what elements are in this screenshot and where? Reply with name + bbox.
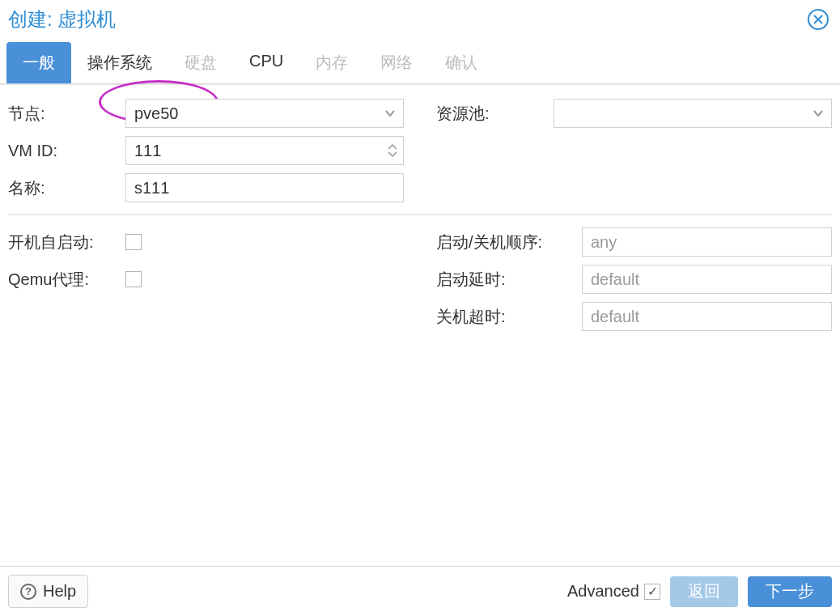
label-boot-delay: 启动延时: [436, 269, 582, 291]
form-advanced-section: 开机自启动: Qemu代理: 启动/关机顺序: [8, 227, 832, 332]
tab-cpu[interactable]: CPU [233, 42, 299, 83]
right-column: 资源池: [436, 98, 832, 203]
form-area: 节点: VM ID: [0, 84, 840, 566]
row-name: 名称: [8, 172, 404, 203]
row-pool: 资源池: [436, 98, 832, 129]
next-button[interactable]: 下一步 [748, 576, 832, 607]
help-label: Help [43, 582, 76, 601]
tab-network: 网络 [364, 42, 429, 83]
autostart-checkbox[interactable] [125, 234, 142, 250]
close-icon [812, 14, 824, 25]
boot-delay-input[interactable] [582, 265, 832, 294]
advanced-toggle[interactable]: Advanced [567, 582, 660, 601]
tab-memory: 内存 [299, 42, 364, 83]
wizard-tabs: 一般 操作系统 硬盘 CPU 内存 网络 确认 [0, 42, 840, 84]
row-boot-delay: 启动延时: [436, 264, 832, 295]
shutdown-timeout-input[interactable] [582, 302, 832, 331]
row-node: 节点: [8, 98, 404, 129]
advanced-right-column: 启动/关机顺序: 启动延时: 关机超时: [436, 227, 832, 332]
create-vm-dialog: 创建: 虚拟机 一般 操作系统 硬盘 CPU 内存 网络 确认 节点: [0, 0, 840, 616]
row-shutdown-timeout: 关机超时: [436, 301, 832, 332]
label-name: 名称: [8, 177, 125, 199]
vmid-input[interactable] [125, 136, 404, 165]
advanced-left-column: 开机自启动: Qemu代理: [8, 227, 404, 332]
tab-general[interactable]: 一般 [6, 42, 71, 83]
section-divider [8, 215, 832, 215]
dialog-footer: ? Help Advanced 返回 下一步 [0, 566, 840, 616]
node-select[interactable] [125, 99, 404, 128]
chevron-down-icon[interactable] [811, 106, 825, 121]
dialog-title: 创建: 虚拟机 [8, 6, 116, 32]
row-autostart: 开机自启动: [8, 227, 404, 257]
advanced-checkbox[interactable] [644, 584, 660, 600]
row-qemu-agent: Qemu代理: [8, 264, 404, 295]
tab-disk: 硬盘 [168, 42, 233, 83]
help-icon: ? [20, 584, 36, 600]
footer-right-group: Advanced 返回 下一步 [567, 576, 832, 607]
form-top-section: 节点: VM ID: [8, 98, 832, 203]
label-shutdown-timeout: 关机超时: [436, 306, 582, 328]
pool-select[interactable] [554, 99, 832, 128]
left-column: 节点: VM ID: [8, 98, 404, 203]
label-qemu-agent: Qemu代理: [8, 269, 125, 291]
label-autostart: 开机自启动: [8, 232, 125, 253]
chevron-down-icon [388, 151, 397, 157]
label-vmid: VM ID: [8, 142, 125, 160]
row-vmid: VM ID: [8, 135, 404, 166]
row-boot-order: 启动/关机顺序: [436, 227, 832, 257]
name-input[interactable] [125, 173, 404, 202]
chevron-up-icon [388, 144, 397, 151]
close-button[interactable] [808, 9, 829, 30]
advanced-label: Advanced [567, 582, 639, 601]
label-node: 节点: [8, 103, 125, 125]
help-button[interactable]: ? Help [8, 575, 88, 608]
tab-os[interactable]: 操作系统 [71, 42, 168, 83]
tab-confirm: 确认 [429, 42, 494, 83]
label-pool: 资源池: [436, 103, 554, 125]
back-button[interactable]: 返回 [670, 576, 738, 607]
dialog-title-bar: 创建: 虚拟机 [0, 0, 840, 42]
label-boot-order: 启动/关机顺序: [436, 232, 582, 253]
spinner-icons[interactable] [388, 144, 397, 157]
chevron-down-icon[interactable] [383, 106, 397, 121]
boot-order-input[interactable] [582, 227, 832, 257]
qemu-agent-checkbox[interactable] [125, 271, 142, 287]
